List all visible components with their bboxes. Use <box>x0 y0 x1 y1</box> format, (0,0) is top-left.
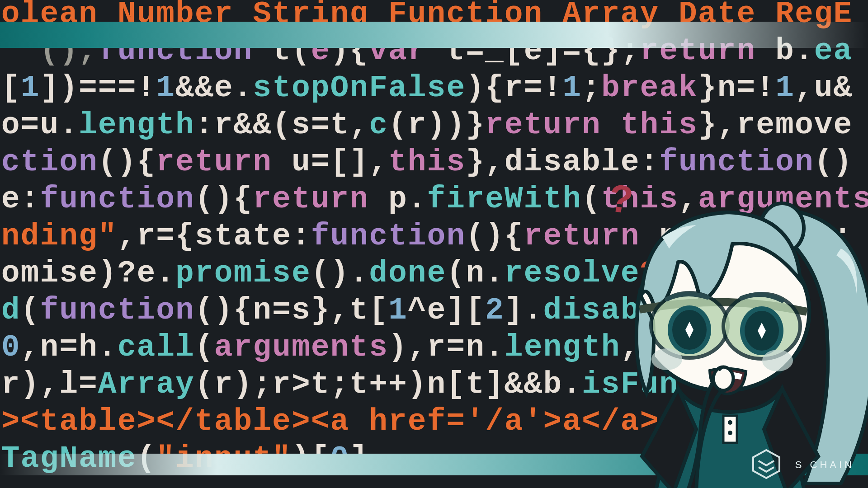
code-line: ending",r={state:function(){return n},al… <box>0 218 868 255</box>
code-line: (r),l=Array(r);r>t;t++)n[t]&&b.isFun [t <box>0 366 868 403</box>
top-gradient-bar <box>0 22 868 48</box>
code-line: re:function(){return p.fireWith(this,arg… <box>0 181 868 218</box>
stage: oolean Number String Function Array Date… <box>0 0 868 488</box>
code-line: /><table></table><a href='/a'>a</a> yp <box>0 403 868 440</box>
brand-text: S CHAIN <box>795 459 854 471</box>
code-line: ?o=u.length:r&&(s=t,c(r))}return this},r… <box>0 107 868 144</box>
code-line: romise)?e.promise().done(n.resolve? re <box>0 255 868 292</box>
code-background: oolean Number String Function Array Date… <box>0 0 868 477</box>
svg-marker-16 <box>753 450 779 478</box>
brand-logo-icon <box>750 448 782 480</box>
code-line: nction(){return u=[],this},disable:funct… <box>0 144 868 181</box>
code-line: t[1])===!1&&e.stopOnFalse){r=!1;break}n=… <box>0 70 868 107</box>
bottom-gradient-bar <box>0 454 868 475</box>
code-line: =0,n=h.call(arguments),r=n.length,i e& <box>0 329 868 366</box>
code-line: dd(function(){n=s},t[1^e][2].disabl <box>0 292 868 329</box>
